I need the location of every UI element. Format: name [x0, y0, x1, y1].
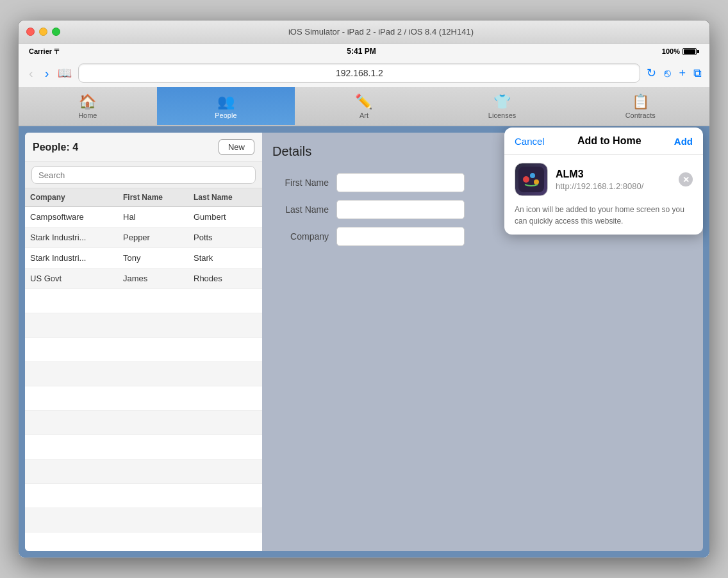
- home-icon: 🏠: [79, 94, 96, 110]
- traffic-lights: [26, 28, 60, 36]
- tab-art[interactable]: ✏️ Art: [295, 87, 433, 125]
- browser-bar: ‹ › 📖 192.168.1.2 ↻ ⎋ + ⧉: [19, 59, 709, 87]
- popover-description: An icon will be added to your home scree…: [515, 204, 693, 227]
- reload-button[interactable]: ↻: [647, 66, 656, 80]
- tab-people[interactable]: 👥 People: [157, 87, 295, 125]
- tab-bar: 🏠 Home 👥 People ✏️ Art 👕 Licenses 📋 Cont…: [19, 87, 709, 126]
- tab-art-label: Art: [360, 111, 368, 119]
- tab-people-label: People: [215, 111, 236, 119]
- popover-cancel-button[interactable]: Cancel: [515, 136, 545, 147]
- title-bar: iOS Simulator - iPad 2 - iPad 2 / iOS 8.…: [19, 21, 709, 44]
- app-info-row: ALM3 http://192.168.1.2:8080/ ✕: [515, 163, 693, 196]
- contracts-icon: 📋: [632, 94, 649, 110]
- app-icon: [515, 163, 548, 196]
- tab-licenses-label: Licenses: [488, 111, 516, 119]
- share-button[interactable]: ⎋: [664, 67, 671, 80]
- battery-status: 100%: [662, 47, 699, 55]
- status-bar: Carrier 〒 5:41 PM 100%: [19, 44, 709, 59]
- popover-add-button[interactable]: Add: [674, 136, 693, 147]
- svg-point-1: [523, 176, 529, 183]
- licenses-icon: 👕: [493, 94, 511, 110]
- svg-point-2: [530, 173, 535, 178]
- svg-rect-0: [518, 167, 544, 192]
- add-to-home-popover: Cancel Add to Home Add: [504, 128, 703, 235]
- popover-overlay: Cancel Add to Home Add: [19, 126, 709, 557]
- content-area: People: 4 New Company First Name Last Na…: [19, 126, 709, 557]
- add-tab-button[interactable]: +: [679, 67, 686, 80]
- popover-header: Cancel Add to Home Add: [504, 128, 703, 155]
- remove-icon[interactable]: ✕: [679, 172, 693, 186]
- tab-contracts[interactable]: 📋 Contracts: [571, 87, 709, 125]
- app-url: http://192.168.1.2:8080/: [556, 181, 671, 191]
- tab-contracts-label: Contracts: [625, 111, 656, 119]
- people-icon: 👥: [217, 94, 235, 110]
- url-text: 192.168.1.2: [336, 68, 383, 78]
- simulator-window: iOS Simulator - iPad 2 - iPad 2 / iOS 8.…: [18, 20, 710, 558]
- app-name: ALM3: [556, 169, 671, 180]
- back-button[interactable]: ‹: [26, 65, 36, 81]
- app-icon-svg: [518, 167, 544, 192]
- tab-licenses[interactable]: 👕 Licenses: [433, 87, 572, 125]
- tab-home[interactable]: 🏠 Home: [19, 87, 157, 125]
- ios-chrome: Carrier 〒 5:41 PM 100% ‹ › 📖 192.168.1.2…: [19, 44, 709, 126]
- app-name-url: ALM3 http://192.168.1.2:8080/: [556, 169, 671, 191]
- maximize-button[interactable]: [52, 28, 60, 36]
- forward-button[interactable]: ›: [42, 65, 52, 81]
- tab-home-label: Home: [78, 111, 97, 119]
- url-bar[interactable]: 192.168.1.2: [78, 63, 640, 83]
- window-title: iOS Simulator - iPad 2 - iPad 2 / iOS 8.…: [60, 27, 702, 37]
- app-icon-image: [515, 163, 547, 195]
- time-label: 5:41 PM: [347, 47, 376, 56]
- minimize-button[interactable]: [39, 28, 47, 36]
- svg-point-3: [534, 179, 539, 185]
- close-button[interactable]: [26, 28, 35, 36]
- popover-title: Add to Home: [577, 135, 641, 147]
- tabs-button[interactable]: ⧉: [693, 67, 702, 80]
- carrier-label: Carrier 〒: [29, 47, 61, 56]
- popover-body: ALM3 http://192.168.1.2:8080/ ✕ An icon …: [504, 155, 703, 235]
- bookmarks-button[interactable]: 📖: [58, 66, 72, 80]
- battery-icon: [682, 48, 699, 55]
- browser-actions: ↻ ⎋ + ⧉: [647, 66, 702, 80]
- art-icon: ✏️: [355, 94, 372, 110]
